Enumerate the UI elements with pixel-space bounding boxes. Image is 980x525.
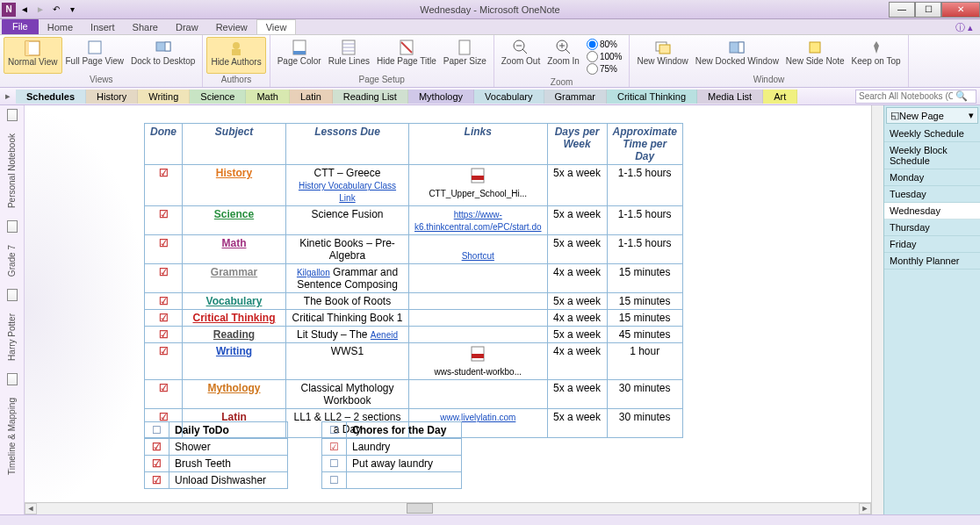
forward-icon[interactable]: ► [33,3,47,17]
page-tab-wednesday[interactable]: Wednesday [884,203,980,219]
checkbox-icon[interactable]: ☑ [152,441,162,453]
normal-view-button[interactable]: Normal View [4,37,62,74]
checkbox-icon[interactable]: ☑ [159,167,169,179]
page-tab-monday[interactable]: Monday [884,169,980,186]
tab-view[interactable]: View [256,19,297,34]
full-page-view-button[interactable]: Full Page View [62,37,128,74]
subject-link[interactable]: Writing [216,345,252,357]
checkbox-icon[interactable]: ☑ [159,237,169,249]
checkbox-icon[interactable]: ☑ [159,328,169,341]
checkbox-icon[interactable]: ☑ [152,457,162,470]
new-side-note-button[interactable]: New Side Note [782,37,848,74]
section-tab-media-list[interactable]: Media List [697,90,763,104]
hide-page-title-button[interactable]: Hide Page Title [373,37,440,74]
tab-review[interactable]: Review [207,20,256,34]
page-tab-weekly-schedule[interactable]: Weekly Schedule [884,126,980,142]
checkbox-icon[interactable]: ☐ [329,474,339,486]
page-tab-friday[interactable]: Friday [884,236,980,253]
keep-on-top-button[interactable]: Keep on Top [848,37,904,74]
checkbox-icon[interactable]: ☑ [159,208,169,220]
search-input[interactable] [856,91,953,101]
checkbox-icon[interactable]: ☑ [159,312,169,324]
subject-link[interactable]: Math [222,237,247,249]
notebook-label[interactable]: Harry Potter [7,313,17,361]
rule-lines-button[interactable]: Rule Lines [325,37,373,74]
zoom-100-option[interactable]: 100% [587,51,623,62]
close-button[interactable]: ✕ [941,2,980,18]
checkbox-icon[interactable]: ☑ [329,441,339,453]
search-box[interactable]: 🔍 [855,90,976,104]
tab-share[interactable]: Share [124,20,167,34]
hyperlink[interactable]: https://www-k6.thinkcentral.com/ePC/star… [414,210,542,232]
subject-link[interactable]: Reading [213,328,255,341]
tab-insert[interactable]: Insert [82,20,124,34]
section-tab-math[interactable]: Math [246,90,289,104]
notebook-icon[interactable] [7,109,18,121]
vertical-scrollbar[interactable] [871,105,883,514]
section-tab-reading-list[interactable]: Reading List [333,90,408,104]
notebook-icon[interactable] [7,220,18,233]
minimize-button[interactable]: — [889,2,915,18]
tab-draw[interactable]: Draw [167,20,207,34]
horizontal-scrollbar[interactable]: ◄ ► [25,502,871,514]
undo-icon[interactable]: ↶ [49,3,63,17]
page-canvas[interactable]: Done Subject Lessons Due Links Days per … [25,105,871,514]
section-tab-science[interactable]: Science [190,90,246,104]
scroll-thumb[interactable] [407,503,433,514]
back-icon[interactable]: ◄ [18,3,32,17]
section-tab-vocabulary[interactable]: Vocabulary [474,90,544,104]
zoom-out-button[interactable]: Zoom Out [498,37,544,76]
search-icon[interactable]: 🔍 [953,90,970,102]
subject-link[interactable]: Mythology [208,382,261,394]
new-window-button[interactable]: New Window [633,37,691,74]
notebook-label[interactable]: Timeline & Mapping [7,398,17,475]
checkbox-icon[interactable]: ☑ [152,474,162,486]
section-tab-schedules[interactable]: Schedules [16,90,86,104]
section-tab-critical-thinking[interactable]: Critical Thinking [607,90,697,104]
new-docked-window-button[interactable]: New Docked Window [692,37,782,74]
hyperlink[interactable]: Shortcut [462,251,494,261]
zoom-80-option[interactable]: 80% [587,39,623,50]
maximize-button[interactable]: ☐ [915,2,941,18]
subject-link[interactable]: Vocabulary [206,295,263,307]
expand-notebooks-icon[interactable]: ▸ [0,90,16,102]
section-tab-mythology[interactable]: Mythology [408,90,474,104]
checkbox-icon[interactable]: ☑ [159,382,169,394]
section-tab-art[interactable]: Art [763,90,797,104]
section-tab-grammar[interactable]: Grammar [544,90,607,104]
checkbox-icon[interactable]: ☑ [159,345,169,357]
zoom-in-button[interactable]: Zoom In [544,37,583,76]
hide-authors-button[interactable]: Hide Authors [206,37,265,74]
page-tab-monthly-planner[interactable]: Monthly Planner [884,253,980,270]
dock-desktop-button[interactable]: Dock to Desktop [127,37,198,74]
todo-checkbox[interactable]: ☐ [145,422,169,439]
section-tab-latin[interactable]: Latin [290,90,333,104]
scroll-right-icon[interactable]: ► [859,503,871,514]
checkbox-icon[interactable]: ☑ [159,295,169,307]
notebook-label[interactable]: Personal Notebook [7,133,17,208]
ribbon-help-icon[interactable]: ⓘ ▴ [955,21,980,34]
paper-size-button[interactable]: Paper Size [440,37,490,74]
qat-more-icon[interactable]: ▾ [65,3,79,17]
section-tab-history[interactable]: History [86,90,138,104]
zoom-75-option[interactable]: 75% [587,63,623,75]
subject-link[interactable]: Critical Thinking [192,312,275,324]
page-tab-tuesday[interactable]: Tuesday [884,186,980,203]
pdf-icon[interactable] [469,345,486,363]
tab-file[interactable]: File [2,18,39,34]
page-tab-thursday[interactable]: Thursday [884,219,980,236]
new-page-button[interactable]: ◱ New Page▾ [886,107,978,124]
notebook-label[interactable]: Grade 7 [7,245,17,277]
scroll-left-icon[interactable]: ◄ [25,503,37,514]
subject-link[interactable]: Science [214,208,254,220]
notebook-icon[interactable] [7,373,18,385]
checkbox-icon[interactable]: ☐ [329,457,339,470]
notebook-icon[interactable] [7,289,18,301]
pdf-icon[interactable] [469,167,486,184]
tab-home[interactable]: Home [39,20,82,34]
subject-link[interactable]: History [216,167,252,179]
checkbox-icon[interactable]: ☑ [159,266,169,278]
section-tab-writing[interactable]: Writing [138,90,190,104]
chores-checkbox[interactable]: ☐ [322,422,347,439]
page-tab-weekly-block-schedule[interactable]: Weekly Block Schedule [884,142,980,169]
